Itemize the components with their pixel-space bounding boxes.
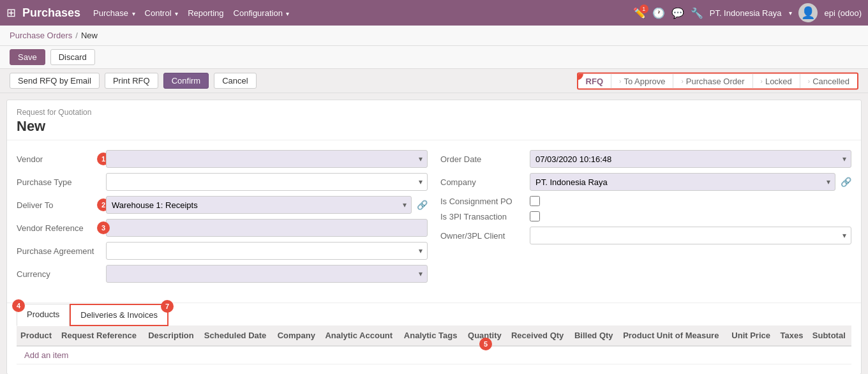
col-subtotal: Subtotal: [809, 325, 851, 346]
order-date-field: Order Date 07/03/2020 10:16:48: [440, 150, 851, 168]
col-scheduled-date: Scheduled Date: [200, 325, 274, 346]
tab-products-badge: 4: [12, 299, 25, 312]
print-rfq-button[interactable]: Print RFQ: [105, 73, 158, 89]
top-nav-right: ✏️ 1 🕐 💬 🔧 PT. Indonesia Raya ▾ 👤 epi (o…: [633, 3, 862, 22]
products-table: Product Request Reference Description Sc…: [17, 325, 851, 364]
chevron-down-icon: ▾: [132, 10, 135, 17]
order-date-label: Order Date: [440, 154, 530, 164]
table-header-row: Product Request Reference Description Sc…: [17, 325, 851, 346]
company-select[interactable]: PT. Indonesia Raya: [530, 173, 835, 191]
currency-label: Currency: [17, 269, 106, 279]
owner-3pl-client-field: Owner/3PL Client: [440, 227, 851, 244]
col-company: Company: [274, 325, 322, 346]
edit-icon[interactable]: ✏️ 1: [633, 7, 646, 19]
col-unit-price: Unit Price: [728, 325, 776, 346]
tab-deliveries-invoices[interactable]: Deliveries & Invoices 7: [70, 304, 168, 326]
form-body: Vendor 1 Purchase Type: [7, 140, 861, 303]
vendor-reference-badge: 3: [97, 221, 110, 234]
status-purchase-order[interactable]: › Purchase Order: [673, 73, 752, 88]
company-input-wrapper: PT. Indonesia Raya 🔗: [530, 173, 851, 191]
three-pi-transaction-field: Is 3PI Transaction: [440, 211, 851, 221]
consignment-po-label: Is Consignment PO: [440, 197, 530, 206]
nav-purchase[interactable]: Purchase ▾: [93, 8, 135, 18]
form-row-main: Vendor 1 Purchase Type: [17, 150, 851, 288]
breadcrumb-separator: /: [75, 31, 78, 40]
action-bar: Save Discard: [0, 46, 868, 69]
vendor-reference-input[interactable]: [106, 219, 428, 237]
chevron-down-icon[interactable]: ▾: [789, 10, 792, 17]
tabs: 4 Products Deliveries & Invoices 7: [17, 303, 851, 325]
company-external-link-icon[interactable]: 🔗: [841, 177, 851, 187]
vendor-field: Vendor 1: [17, 150, 428, 168]
currency-input-wrapper: [106, 265, 428, 283]
col-quantity-badge: 5: [479, 338, 492, 350]
vendor-reference-field: Vendor Reference 3: [17, 219, 428, 237]
vendor-reference-label: Vendor Reference: [17, 223, 106, 233]
purchase-type-input-wrapper: [106, 173, 428, 191]
currency-select[interactable]: [106, 265, 428, 283]
tab-products[interactable]: 4 Products: [17, 304, 70, 326]
grid-icon[interactable]: ⊞: [6, 6, 16, 20]
status-cancelled[interactable]: › Cancelled: [800, 73, 857, 88]
purchase-agreement-input-wrapper: [106, 242, 428, 260]
deliver-to-input-wrapper: 2 Warehouse 1: Receipts 🔗: [106, 196, 428, 214]
add-item-link[interactable]: Add an item: [20, 347, 72, 364]
col-product: Product: [17, 325, 57, 346]
main-toolbar: Send RFQ by Email Print RFQ Confirm Canc…: [0, 69, 868, 93]
three-pi-transaction-checkbox[interactable]: [530, 211, 540, 221]
purchase-agreement-field: Purchase Agreement: [17, 242, 428, 260]
chevron-right-icon: ›: [761, 77, 763, 84]
nav-reporting[interactable]: Reporting: [188, 8, 223, 18]
order-date-select[interactable]: 07/03/2020 10:16:48: [530, 150, 851, 168]
settings-icon[interactable]: 🔧: [691, 7, 703, 19]
col-taxes: Taxes: [777, 325, 809, 346]
status-to-approve[interactable]: › To Approve: [611, 73, 673, 88]
status-locked[interactable]: › Locked: [753, 73, 800, 88]
company-label: Company: [440, 177, 530, 187]
user-avatar[interactable]: 👤: [798, 3, 818, 22]
tab-deliveries-badge: 7: [161, 300, 174, 313]
cancel-button[interactable]: Cancel: [214, 73, 256, 89]
vendor-label: Vendor: [17, 154, 106, 164]
currency-field: Currency: [17, 265, 428, 283]
form-right-column: Order Date 07/03/2020 10:16:48 Company: [440, 150, 851, 288]
chevron-right-icon: ›: [808, 77, 810, 84]
col-analytic-tags: Analytic Tags: [400, 325, 464, 346]
clock-icon[interactable]: 🕐: [652, 7, 665, 19]
consignment-po-checkbox[interactable]: [530, 196, 540, 206]
external-link-icon[interactable]: 🔗: [417, 200, 428, 210]
nav-configuration[interactable]: Configuration ▾: [234, 8, 290, 18]
send-rfq-button[interactable]: Send RFQ by Email: [10, 73, 100, 89]
three-pi-transaction-label: Is 3PI Transaction: [440, 212, 530, 221]
owner-3pl-client-select[interactable]: [530, 227, 851, 244]
deliver-to-select[interactable]: Warehouse 1: Receipts: [106, 196, 412, 214]
breadcrumb-parent[interactable]: Purchase Orders: [10, 31, 72, 40]
discard-button[interactable]: Discard: [50, 49, 95, 65]
vendor-select[interactable]: [106, 150, 428, 168]
chat-icon[interactable]: 💬: [671, 7, 684, 19]
user-name[interactable]: epi (odoo): [824, 8, 862, 18]
company-name[interactable]: PT. Indonesia Raya: [710, 8, 782, 18]
col-quantity: 5 Quantity: [464, 325, 507, 346]
status-bar: 6 RFQ › To Approve › Purchase Order › Lo…: [577, 72, 858, 89]
app-title: Purchases: [22, 6, 80, 20]
breadcrumb-current: New: [81, 31, 98, 40]
breadcrumb: Purchase Orders / New: [0, 26, 868, 46]
nav-control[interactable]: Control ▾: [145, 8, 179, 18]
confirm-button[interactable]: Confirm: [163, 73, 209, 89]
save-button[interactable]: Save: [10, 49, 45, 65]
col-request-reference: Request Reference: [57, 325, 144, 346]
purchase-type-select[interactable]: [106, 173, 428, 191]
col-received-qty: Received Qty: [507, 325, 571, 346]
col-description: Description: [144, 325, 200, 346]
form-subtitle: Request for Quotation: [17, 108, 851, 117]
form-header: Request for Quotation New: [7, 100, 861, 140]
owner-3pl-client-label: Owner/3PL Client: [440, 231, 530, 241]
purchase-agreement-select[interactable]: [106, 242, 428, 260]
col-product-uom: Product Unit of Measure: [619, 325, 728, 346]
table-empty-row: Add an item: [17, 346, 851, 364]
company-field: Company PT. Indonesia Raya 🔗: [440, 173, 851, 191]
table-container: Product Request Reference Description Sc…: [7, 325, 861, 374]
top-navigation: ⊞ Purchases Purchase ▾ Control ▾ Reporti…: [0, 0, 868, 26]
status-rfq[interactable]: RFQ: [578, 73, 611, 88]
